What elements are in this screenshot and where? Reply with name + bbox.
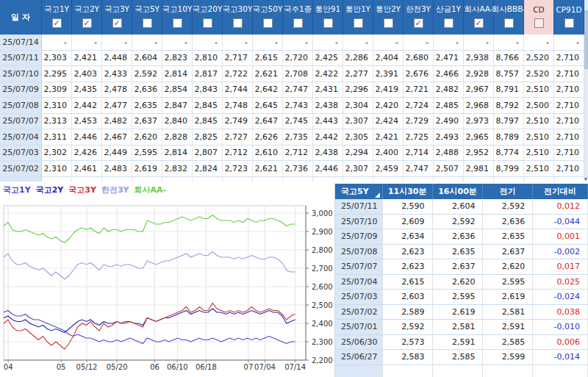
value-1600: 2,592 [433, 215, 484, 229]
partial-row [0, 177, 584, 182]
column-checkbox[interactable] [354, 18, 363, 28]
yield-cell: 2,710 [554, 98, 584, 113]
yield-cell: 2,500 [524, 98, 554, 113]
right-header-4[interactable]: 전기대비 [533, 184, 588, 199]
yield-cell: 2,420 [373, 98, 404, 113]
cell [483, 365, 533, 377]
legend-item-국고3Y: 국고3Y [68, 184, 96, 195]
checkbox-wrap: ✓ [42, 18, 71, 35]
column-label: 국고1Y [42, 0, 71, 18]
yield-cell: 2,446 [313, 161, 343, 176]
column-checkbox[interactable]: ✓ [474, 18, 484, 28]
row-date: 25/07/11 [335, 199, 383, 214]
row-date: 25/07/07 [0, 114, 42, 129]
yield-cell: 2,482 [102, 114, 132, 129]
column-checkbox[interactable] [323, 18, 333, 28]
column-header-통안2Y[interactable]: 통안2Y [373, 0, 404, 35]
column-checkbox[interactable] [263, 18, 273, 28]
table-row: 25/07/102,6092,5922,636-0,044 [335, 215, 588, 230]
value-1600: 2,619 [433, 305, 484, 320]
yield-cell: - [524, 35, 554, 50]
column-header-통안1Y[interactable]: 통안1Y [343, 0, 373, 35]
yield-cell: - [373, 35, 404, 50]
column-checkbox[interactable] [534, 18, 544, 28]
column-checkbox[interactable] [173, 18, 182, 28]
right-header-1[interactable]: 11시30분 [383, 184, 433, 199]
yield-cell: 2,449 [102, 146, 132, 161]
column-checkbox[interactable] [504, 18, 514, 28]
column-checkbox[interactable] [233, 18, 243, 28]
scrollbar-thumb[interactable] [584, 10, 588, 69]
vertical-scrollbar[interactable] [584, 0, 588, 182]
column-label: 국고10Y [162, 0, 192, 18]
column-checkbox[interactable]: ✓ [414, 18, 423, 28]
column-header-국고20Y[interactable]: 국고20Y [193, 0, 223, 35]
column-checkbox[interactable]: ✓ [52, 18, 62, 28]
column-header-한전3Y[interactable]: 한전3Y✓ [404, 0, 434, 35]
yield-cell: - [343, 35, 373, 50]
column-header-CD[interactable]: CD [524, 0, 554, 35]
value-1600: 2,636 [433, 229, 484, 244]
table-row: 25/07/112,5902,6042,5920,012 [335, 199, 588, 215]
column-header-국고3Y[interactable]: 국고3Y✓ [102, 0, 132, 35]
column-header-국고1Y[interactable]: 국고1Y✓ [42, 0, 72, 35]
column-header-회사BBB-[interactable]: 회사BBB- [494, 0, 524, 35]
column-checkbox[interactable]: ✓ [82, 18, 92, 28]
yield-cell: - [102, 35, 132, 50]
yield-cell: 2,647 [253, 114, 283, 129]
column-header-산금1Y[interactable]: 산금1Y [434, 0, 464, 35]
axis-label: 06 [150, 363, 159, 371]
row-date: 25/06/30 [335, 335, 383, 350]
column-checkbox[interactable] [384, 18, 393, 28]
yield-cell: - [223, 35, 253, 50]
column-header-국주1종[interactable]: 국주1종 [283, 0, 313, 35]
table-row: 25/07/042,3112,4462,4672,6202,8282,8252,… [0, 129, 584, 146]
yield-cell: 2,453 [72, 114, 102, 129]
yield-cell: - [283, 35, 313, 50]
yield-cell: 8,774 [494, 146, 524, 161]
value-prev: 2,591 [483, 320, 533, 334]
yield-cell: 2,828 [162, 129, 193, 145]
column-checkbox[interactable] [444, 18, 453, 28]
column-header-국고10Y[interactable]: 국고10Y [162, 0, 193, 35]
yield-cell: 2,744 [223, 82, 253, 98]
row-date: 25/06/27 [335, 350, 383, 365]
yield-cell: 2,443 [313, 114, 343, 129]
column-checkbox[interactable] [143, 18, 152, 28]
yield-cell [373, 177, 404, 182]
yield-cell: 2,296 [343, 82, 373, 98]
yield-cell: 2,467 [102, 129, 132, 145]
column-label: 통안1Y [343, 0, 373, 18]
row-date: 25/07/04 [0, 129, 42, 145]
yield-cell: 2,619 [132, 161, 162, 176]
column-label: 국고3Y [102, 0, 132, 18]
yield-cell: 2,814 [162, 66, 193, 82]
right-header-0[interactable]: 국고5Y [335, 184, 383, 199]
column-header-회사AA-[interactable]: 회사AA-✓ [464, 0, 494, 35]
column-checkbox[interactable] [564, 18, 574, 28]
right-header-2[interactable]: 16시00분 [433, 184, 484, 199]
table-row: 25/07/092,3092,4352,4782,6362,8542,8432,… [0, 82, 584, 98]
column-header-국고2Y[interactable]: 국고2Y✓ [72, 0, 102, 35]
value-change: -0,044 [533, 215, 588, 229]
right-header-3[interactable]: 전기 [483, 184, 533, 199]
column-header-CP91D[interactable]: CP91D [554, 0, 584, 35]
axis-label: 06/18 [196, 363, 217, 371]
column-checkbox[interactable] [293, 18, 303, 28]
column-checkbox[interactable] [203, 18, 212, 28]
yield-cell: 2,615 [253, 51, 283, 66]
scroll-down-arrow-icon[interactable] [584, 178, 587, 181]
ktb5y-table-body: 25/07/112,5902,6042,5920,01225/07/102,60… [335, 199, 588, 377]
column-header-국고50Y[interactable]: 국고50Y [253, 0, 283, 35]
table-row: 25/07/022,5892,6192,5810,038 [335, 305, 588, 320]
yield-cell: 2,482 [434, 82, 464, 98]
yield-cell: - [162, 35, 193, 50]
column-label: CP91D [554, 0, 584, 18]
value-prev: 2,619 [483, 290, 533, 304]
column-header-통안91[interactable]: 통안91 [313, 0, 343, 35]
row-date: 25/07/10 [0, 66, 42, 82]
column-header-국고5Y[interactable]: 국고5Y [132, 0, 162, 35]
yield-cell: 2,592 [132, 66, 162, 82]
column-checkbox[interactable]: ✓ [112, 18, 122, 28]
column-header-국고30Y[interactable]: 국고30Y [223, 0, 253, 35]
